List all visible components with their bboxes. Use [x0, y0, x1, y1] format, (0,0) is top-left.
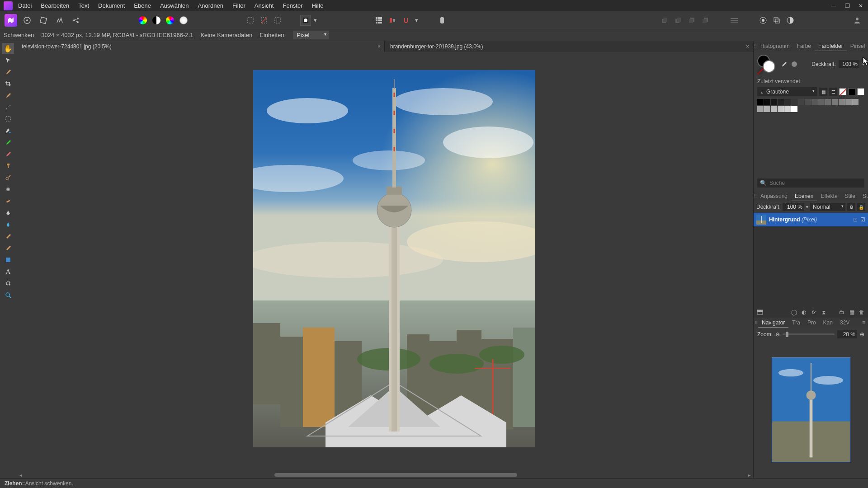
tab-pinsel[interactable]: Pinsel — [847, 42, 868, 51]
menu-filter[interactable]: Filter — [232, 2, 245, 9]
units-dropdown[interactable]: Pixel — [293, 31, 329, 39]
zoom-tool-icon[interactable] — [2, 290, 14, 300]
persona-liquify-icon[interactable] — [21, 14, 33, 27]
selection-brush-tool-icon[interactable]: ⋰ — [2, 102, 14, 113]
tab-channels[interactable]: Kan — [820, 318, 836, 327]
navigator-thumbnail[interactable] — [772, 357, 850, 462]
zoom-value[interactable]: 20 % — [837, 330, 857, 338]
gray-swatch[interactable] — [757, 106, 764, 112]
menu-dokument[interactable]: Dokument — [98, 2, 125, 9]
palette-grid-icon[interactable]: ▦ — [819, 88, 827, 96]
mask-dropdown-icon[interactable]: ▾ — [312, 14, 318, 27]
gray-swatch[interactable] — [832, 99, 838, 105]
gray-swatch[interactable] — [818, 99, 825, 105]
tab-navigator[interactable]: Navigator — [758, 318, 788, 328]
panel-grip-icon[interactable]: ⠿ — [754, 320, 758, 325]
tab-ebenen[interactable]: Ebenen — [791, 192, 817, 201]
layer-row[interactable]: Hintergrund (Pixel) ⊡ ☑ — [754, 213, 868, 226]
scroll-left-icon[interactable]: ◂ — [17, 472, 24, 478]
gray-swatch[interactable] — [771, 99, 777, 105]
cloud-3-icon[interactable] — [784, 14, 797, 27]
layer-gear-icon[interactable]: ⚙ — [847, 203, 855, 211]
mask-layer-icon[interactable]: ◯ — [790, 309, 797, 316]
tab-protocol[interactable]: Pro — [804, 318, 820, 327]
close-icon[interactable]: × — [746, 43, 749, 50]
cloud-1-icon[interactable] — [757, 14, 769, 27]
tab-transform[interactable]: Tra — [788, 318, 804, 327]
menu-bearbeiten[interactable]: Bearbeiten — [41, 2, 69, 9]
gray-swatch[interactable] — [805, 99, 811, 105]
tab-effekte[interactable]: Effekte — [817, 192, 841, 201]
palette-list-icon[interactable]: ☰ — [829, 88, 837, 96]
tab-stile[interactable]: Stile — [841, 192, 859, 201]
gray-swatch[interactable] — [825, 99, 831, 105]
layer-lock-icon[interactable]: 🔒 — [857, 203, 865, 211]
gray-swatch[interactable] — [811, 99, 818, 105]
pen-tool-icon[interactable] — [2, 207, 14, 218]
gray-swatch[interactable] — [778, 99, 784, 105]
menu-toolbar-icon[interactable] — [728, 14, 741, 27]
palette-dropdown[interactable]: Grautöne — [757, 87, 817, 96]
grid-icon[interactable] — [373, 14, 385, 27]
layer-link-icon[interactable]: ⊡ — [853, 216, 858, 223]
snap-dropdown-icon[interactable]: ▾ — [413, 14, 420, 27]
menu-hilfe[interactable]: Hilfe — [312, 2, 324, 9]
horizontal-scrollbar[interactable]: ◂ ▸ — [16, 472, 753, 478]
delete-layer-icon[interactable]: 🗑 — [858, 309, 865, 316]
paint-brush-tool-icon[interactable] — [2, 137, 14, 148]
menu-ebene[interactable]: Ebene — [134, 2, 151, 9]
gray-swatch[interactable] — [852, 99, 859, 105]
close-icon[interactable]: × — [377, 43, 381, 50]
fx-layer-icon[interactable]: fx — [810, 309, 817, 316]
dodge-tool-icon[interactable] — [2, 172, 14, 183]
account-icon[interactable] — [851, 14, 863, 27]
bw-picker-icon[interactable] — [150, 14, 163, 27]
healing-tool-icon[interactable] — [2, 196, 14, 206]
panel-grip-icon[interactable]: ⠿ — [754, 194, 757, 199]
text-tool-icon[interactable]: A — [2, 266, 14, 277]
menu-fenster[interactable]: Fenster — [283, 2, 302, 9]
soft-picker-icon[interactable] — [177, 14, 190, 27]
adjustment-layer-icon[interactable]: ◐ — [800, 309, 807, 316]
brush-tool-icon[interactable] — [2, 90, 14, 101]
gray-swatch[interactable] — [764, 106, 770, 112]
white-swatch[interactable] — [857, 88, 864, 95]
group-layer-icon[interactable]: 🗀 — [838, 309, 845, 316]
cloud-2-icon[interactable] — [770, 14, 783, 27]
layer-opacity-input[interactable]: 100 % — [783, 203, 804, 211]
blend-mode-dropdown[interactable]: Normal — [810, 203, 845, 211]
shape-tool-icon[interactable] — [2, 254, 14, 265]
erase-tool-icon[interactable] — [2, 149, 14, 160]
document-tab-2[interactable]: brandenburger-tor-201939.jpg (43.0%) × — [385, 41, 753, 52]
zoom-in-icon[interactable]: ⊕ — [860, 331, 864, 338]
gray-swatch[interactable] — [791, 106, 797, 112]
gray-swatch[interactable] — [771, 106, 777, 112]
snap-icon[interactable] — [400, 14, 412, 27]
crop-tool-icon[interactable] — [2, 78, 14, 89]
opacity-dropdown-icon[interactable]: ▾ — [806, 205, 808, 209]
menu-ansicht[interactable]: Ansicht — [255, 2, 274, 9]
view-tool-icon[interactable]: ✋ — [2, 43, 14, 54]
blur-tool-icon[interactable] — [2, 184, 14, 195]
layer-blend-ranges-icon[interactable] — [756, 309, 764, 316]
pencil-tool-icon[interactable] — [2, 231, 14, 242]
swatch-search[interactable]: 🔍 — [757, 178, 864, 188]
opacity-dropdown-icon[interactable]: ▾ — [862, 62, 864, 66]
mask-icon[interactable] — [300, 15, 311, 26]
menu-text[interactable]: Text — [78, 2, 89, 9]
persona-develop-icon[interactable] — [37, 14, 50, 27]
quick-mask-icon[interactable]: I — [271, 14, 284, 27]
vertical-scrollbar[interactable] — [747, 63, 753, 465]
zoom-out-icon[interactable]: ⊖ — [775, 331, 780, 338]
tab-anpassung[interactable]: Anpassung — [757, 192, 791, 201]
gray-swatch[interactable] — [845, 99, 852, 105]
hue-picker-icon[interactable] — [164, 14, 176, 27]
gray-swatch[interactable] — [757, 99, 764, 105]
persona-export-icon[interactable] — [70, 14, 82, 27]
live-filter-icon[interactable]: ⧗ — [820, 309, 827, 316]
sample-color-icon[interactable] — [792, 61, 797, 67]
gray-swatch[interactable] — [778, 106, 784, 112]
deselect-icon[interactable] — [258, 14, 270, 27]
gray-swatch[interactable] — [798, 99, 804, 105]
mesh-tool-icon[interactable] — [2, 278, 14, 289]
